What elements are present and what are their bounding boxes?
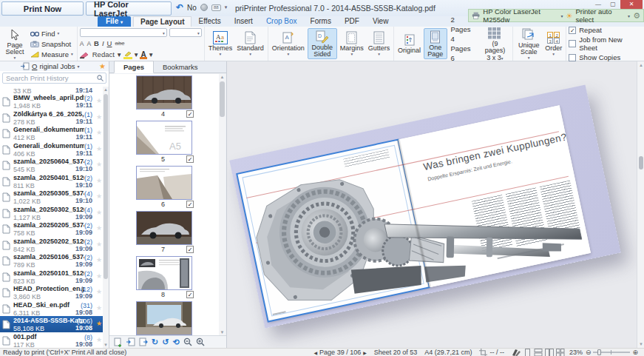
unique-scale-button[interactable]: Unique Scale▾	[515, 27, 542, 61]
measure-button[interactable]: Measure▾	[29, 50, 75, 59]
underline-button[interactable]: U	[107, 39, 112, 47]
font-name-combo[interactable]: ▾	[80, 28, 167, 37]
original-jobs-dropdown[interactable]: O	[32, 62, 37, 70]
page-checkbox[interactable]: ✓	[186, 155, 194, 163]
qat-no-label[interactable]: No	[187, 4, 197, 12]
list-item[interactable]: HEAD_Protection_en.pdf (12) 3,860 KB 19:…	[0, 284, 103, 300]
page-thumbnail[interactable]: 7✓	[109, 209, 219, 255]
crop-icon[interactable]	[479, 349, 487, 356]
zoom-slider-knob[interactable]	[597, 349, 601, 355]
printer-quick-button[interactable]: HP Color LaserJet	[86, 1, 172, 16]
star-icon[interactable]: ★	[96, 161, 102, 168]
list-item[interactable]: Zöldkártya 6_26_2025, 1_21_55... (1) 278…	[0, 110, 103, 126]
margins-button[interactable]: Margins▾	[339, 30, 365, 57]
snapshot-button[interactable]: Snapshot	[29, 39, 75, 49]
file-menu-button[interactable]: File ▾	[98, 16, 131, 27]
font-color-button[interactable]: A	[140, 50, 146, 58]
qat-sphere-icon[interactable]	[200, 4, 208, 11]
thumbnails-scrollbar[interactable]: ▲ ▼	[219, 74, 226, 335]
star-icon[interactable]: ★	[96, 177, 102, 184]
list-item[interactable]: szamla_20250604_5374010585... (2) 545 KB…	[0, 157, 103, 173]
original-jobs-label[interactable]: riginal Jobs	[39, 62, 75, 70]
search-input[interactable]	[2, 73, 106, 84]
star-icon[interactable]: ★	[96, 129, 102, 136]
tab-forms[interactable]: Forms	[304, 16, 338, 27]
four-pages-button[interactable]: 4 Pages	[449, 34, 478, 53]
page-select-button[interactable]: Page Select▾	[2, 27, 27, 61]
next-page-icon[interactable]: ▶	[363, 350, 367, 355]
standard-button[interactable]: Standard▾	[235, 30, 265, 57]
page-checkbox[interactable]: ✓	[186, 110, 194, 118]
printer-name[interactable]: HP Color LaserJet M255dw	[483, 7, 557, 24]
list-item[interactable]: szamla_20250205_5374010585... (2) 758 KB…	[0, 221, 103, 237]
page-checkbox[interactable]: ✓	[186, 246, 194, 253]
scroll-down-icon[interactable]: ▼	[637, 342, 644, 346]
scrollbar-thumb[interactable]	[639, 156, 643, 169]
bold-button[interactable]: B	[94, 39, 99, 47]
list-item[interactable]: BMW_wheels_april.pdf (2) 1,948 KB 19:11 …	[0, 93, 103, 110]
page-thumbnail[interactable]: 6✓	[109, 164, 219, 209]
star-icon[interactable]: ★	[96, 241, 102, 248]
tab-bookmarks[interactable]: Bookmarks	[154, 61, 207, 73]
list-item[interactable]: szamla_20250302_5120250003... (4) 1,127 …	[0, 205, 103, 221]
scrollbar-thumb[interactable]	[220, 81, 225, 117]
list-item[interactable]: Generali_dokumentum_20250... (1) 412 KB …	[0, 125, 103, 141]
tab-pages[interactable]: Pages	[114, 61, 154, 73]
favorites-star-icon[interactable]: ★	[99, 62, 106, 70]
paper-size-indicator[interactable]: A4 (29.7,21 cm)	[424, 349, 472, 356]
star-icon[interactable]: ★	[96, 320, 102, 327]
grid-view-icon[interactable]	[556, 349, 565, 356]
insert-after-icon[interactable]	[139, 337, 148, 347]
rotate-clockwise-icon[interactable]: ↻	[152, 337, 158, 347]
scroll-down-icon[interactable]: ▼	[219, 330, 226, 335]
superscript-button[interactable]: A	[80, 40, 84, 47]
scroll-up-icon[interactable]: ▲	[219, 75, 226, 79]
gear-icon[interactable]: ⚙	[633, 11, 640, 21]
print-now-button[interactable]: Print Now	[1, 1, 84, 16]
scroll-down-icon[interactable]: ▼	[103, 343, 109, 347]
order-button[interactable]: 1234 Order▾	[543, 30, 563, 57]
list-item[interactable]: 2014-A5SB-S5SB-Katalog.pdf (106) 58,108 …	[0, 316, 103, 332]
list-item[interactable]: szamla_20250101_5120250001... (2) 823 KB…	[0, 269, 103, 285]
two-page-view-icon[interactable]	[545, 349, 554, 356]
list-item[interactable]: szamla_20250305_5374010585... (4) 1,022 …	[0, 189, 103, 205]
orientation-button[interactable]: A Orientation▾	[271, 30, 306, 57]
prev-page-icon[interactable]: ◀	[313, 350, 317, 355]
tab-page-layout[interactable]: Page Layout	[133, 16, 191, 27]
qat-customize-icon[interactable]: ▾	[225, 4, 228, 10]
list-item[interactable]: 001.pdf (8) 117 KB 19:08 ★	[0, 332, 103, 349]
redact-button[interactable]: Redact	[92, 50, 115, 58]
subscript-button[interactable]: A	[87, 40, 91, 47]
printer-mode[interactable]: Printer auto select	[575, 7, 625, 24]
zoom-level[interactable]: 23%	[569, 349, 583, 356]
original-button[interactable]: Original	[396, 32, 422, 55]
find-button[interactable]: Find▾	[29, 29, 75, 38]
single-page-view-icon[interactable]	[523, 349, 532, 356]
double-sided-button[interactable]: D Double Sided	[308, 28, 337, 60]
list-item[interactable]: szamla_20250202_5120250002... (2) 842 KB…	[0, 237, 103, 253]
zoom-in-icon[interactable]	[196, 337, 205, 346]
star-icon[interactable]: ★	[96, 336, 102, 343]
zoom-slider-track[interactable]	[593, 352, 630, 353]
one-page-button[interactable]: One Page	[424, 28, 447, 60]
header-dropdown-icon[interactable]: ▾	[77, 64, 79, 69]
page-thumbnail[interactable]: 4✓	[109, 74, 219, 119]
star-icon[interactable]: ★	[96, 288, 102, 295]
tab-effects[interactable]: Effects	[191, 16, 227, 27]
print-preview-sheet[interactable]: Was bringen zwei Kupplungen? Doppelte Er…	[229, 84, 620, 328]
book-view-icon[interactable]	[512, 349, 521, 356]
tab-view[interactable]: View	[366, 16, 396, 27]
list-item-partial[interactable]: 33 KB 19:14	[0, 87, 103, 93]
tab-crop-box[interactable]: Crop Box	[260, 16, 304, 27]
nine-pages-button[interactable]: (9 pages) 3 x 3▾	[480, 25, 510, 62]
page-thumbnail[interactable]: 9✓	[109, 300, 219, 335]
zoom-in-button[interactable]: ⊕	[632, 349, 638, 356]
printer-dropdown-icon[interactable]: ▾	[560, 13, 563, 19]
print-preview-area[interactable]: Was bringen zwei Kupplungen? Doppelte Er…	[227, 61, 644, 348]
scroll-up-icon[interactable]: ▲	[637, 63, 644, 67]
rotate-180-icon[interactable]: ⟲	[172, 337, 179, 347]
page-checkbox[interactable]: ✓	[186, 201, 194, 208]
star-icon[interactable]: ★	[96, 145, 102, 152]
insert-before-icon[interactable]	[126, 337, 135, 347]
preview-scrollbar[interactable]: ▲ ▼	[637, 61, 644, 348]
